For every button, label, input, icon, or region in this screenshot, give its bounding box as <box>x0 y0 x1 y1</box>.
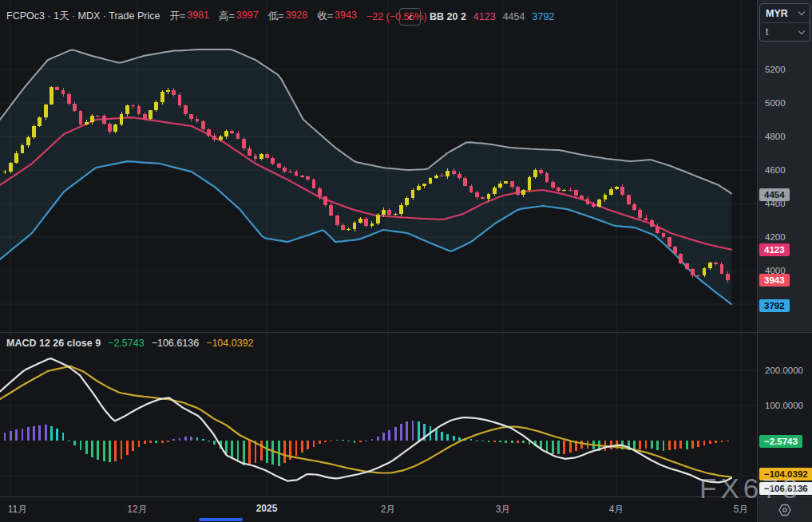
trading-chart-window: FCPOc3 · 1天 · MDX · Trade Price 开=3981 高… <box>0 0 812 522</box>
price-tick-label: 4600 <box>765 165 786 175</box>
ohlc-high: 高=3997 <box>219 10 259 23</box>
ohlc-low: 低=3928 <box>268 10 308 23</box>
price-axis[interactable]: MYR t 5200500048004600440042004000200.00… <box>757 0 812 522</box>
chevron-down-icon <box>798 9 805 15</box>
macd-histogram[interactable] <box>4 421 729 466</box>
macd-tick-label: 100.0000 <box>765 401 803 410</box>
price-tick-label: 4800 <box>765 132 786 141</box>
pane-separator[interactable] <box>0 332 812 333</box>
unit-dropdown[interactable]: t <box>760 22 810 41</box>
time-label: 5月 <box>734 503 749 516</box>
time-label: 12月 <box>127 503 147 516</box>
bb-value: 3792 <box>532 11 554 22</box>
time-axis-separator <box>0 496 812 497</box>
bb-indicator-header[interactable]: BB 20 2 412344543792 <box>430 11 554 22</box>
macd-indicator-label: MACD 12 26 close 9 <box>6 338 101 349</box>
time-label: 2月 <box>381 503 396 516</box>
axis-settings-box: MYR t <box>759 3 810 42</box>
price-badge: 4123 <box>759 243 790 256</box>
macd-badge: −106.6136 <box>759 482 812 495</box>
price-tick-label: 4200 <box>765 232 786 242</box>
macd-lines <box>0 358 731 482</box>
time-axis[interactable]: 11月12月20252月3月4月5月 <box>0 496 757 522</box>
price-tick-label: 5200 <box>765 65 786 74</box>
time-label: 11月 <box>8 503 27 516</box>
price-badge: 3792 <box>759 299 790 312</box>
time-label: 4月 <box>609 503 624 516</box>
symbol-title: FCPOc3 · 1天 · MDX · Trade Price <box>6 10 160 23</box>
ohlc-open: 开=3981 <box>169 10 209 23</box>
macd-value: −106.6136 <box>152 338 199 349</box>
macd-value: −104.0392 <box>206 338 253 349</box>
macd-badge: −2.5743 <box>759 435 802 448</box>
macd-tick-label: 200.0000 <box>765 366 803 375</box>
price-badge: 3943 <box>759 274 790 287</box>
bb-value: 4123 <box>473 11 496 22</box>
back-button[interactable]: ‹ <box>399 8 421 26</box>
macd-badge: −104.0392 <box>759 468 812 480</box>
unit-value: t <box>766 26 768 38</box>
chevron-down-icon <box>798 27 805 34</box>
axis-settings-corner[interactable] <box>758 496 812 522</box>
time-label: 3月 <box>496 503 511 516</box>
scrollbar-thumb[interactable] <box>199 518 243 521</box>
gear-icon[interactable] <box>777 502 793 518</box>
chart-canvas[interactable] <box>0 0 757 496</box>
time-label: 2025 <box>256 503 278 514</box>
bb-value: 4454 <box>503 11 525 22</box>
macd-indicator-header[interactable]: MACD 12 26 close 9 −2.5743−106.6136−104.… <box>6 338 254 349</box>
back-arrow-icon: ‹ <box>408 10 412 23</box>
ohlc-close: 收=3943 <box>317 10 357 23</box>
macd-value: −2.5743 <box>108 338 145 349</box>
price-tick-label: 5000 <box>765 98 786 108</box>
symbol-header: FCPOc3 · 1天 · MDX · Trade Price 开=3981 高… <box>6 10 427 23</box>
price-badge: 4454 <box>759 188 790 201</box>
bollinger-bands <box>0 49 731 304</box>
currency-value: MYR <box>766 8 788 19</box>
bb-indicator-label: BB 20 2 <box>430 11 466 22</box>
currency-dropdown[interactable]: MYR <box>760 4 810 22</box>
